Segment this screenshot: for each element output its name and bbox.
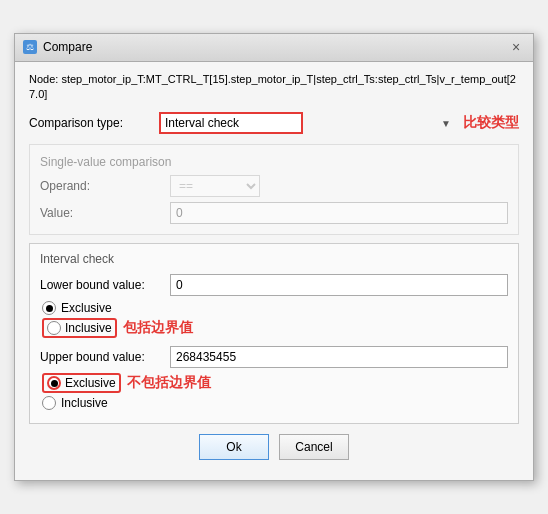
upper-inclusive-radio[interactable] [42,396,56,410]
dialog-icon: ⚖ [23,40,37,54]
lower-inclusive-radio[interactable] [47,321,61,335]
upper-bound-input[interactable] [170,346,508,368]
title-bar-left: ⚖ Compare [23,40,92,54]
node-path: Node: step_motor_ip_T:MT_CTRL_T[15].step… [29,72,519,103]
interval-title: Interval check [40,252,508,266]
comparison-type-select[interactable]: Interval check Single-value comparison [159,112,303,134]
operand-label: Operand: [40,179,170,193]
operand-select: == [170,175,260,197]
lower-exclusive-radio[interactable] [42,301,56,315]
node-label: Node: [29,73,61,85]
lower-inclusive-highlight: Inclusive [42,318,117,338]
compare-dialog: ⚖ Compare × Node: step_motor_ip_T:MT_CTR… [14,33,534,482]
comparison-type-label: Comparison type: [29,116,159,130]
lower-exclusive-label: Exclusive [61,301,112,315]
upper-exclusive-radio[interactable] [47,376,61,390]
upper-exclusive-label: Exclusive [65,376,116,390]
upper-inclusive-row: Inclusive [42,396,508,410]
upper-inclusive-label: Inclusive [61,396,108,410]
title-bar: ⚖ Compare × [15,34,533,62]
select-arrow-icon: ▼ [441,118,451,129]
value-label: Value: [40,206,170,220]
close-button[interactable]: × [507,38,525,56]
node-value: step_motor_ip_T:MT_CTRL_T[15].step_motor… [29,73,516,100]
value-input [170,202,508,224]
ok-button[interactable]: Ok [199,434,269,460]
upper-annotation: 不包括边界值 [127,374,211,392]
lower-annotation: 包括边界值 [123,319,193,337]
single-value-title: Single-value comparison [40,155,508,169]
dialog-title: Compare [43,40,92,54]
footer: Ok Cancel [29,424,519,468]
lower-exclusive-row: Exclusive [42,301,508,315]
comparison-type-wrapper: Interval check Single-value comparison ▼ [159,112,455,134]
lower-inclusive-annotation-row: Inclusive 包括边界值 [42,318,508,338]
lower-inclusive-label: Inclusive [65,321,112,335]
upper-exclusive-annotation-row: Exclusive 不包括边界值 [42,373,508,393]
upper-bound-label: Upper bound value: [40,350,170,364]
lower-bound-label: Lower bound value: [40,278,170,292]
cancel-button[interactable]: Cancel [279,434,349,460]
single-value-section: Single-value comparison Operand: == Valu… [29,144,519,235]
comparison-type-annotation: 比较类型 [463,114,519,132]
upper-exclusive-highlight: Exclusive [42,373,121,393]
dialog-body: Node: step_motor_ip_T:MT_CTRL_T[15].step… [15,62,533,481]
interval-section: Interval check Lower bound value: Exclus… [29,243,519,424]
lower-bound-input[interactable] [170,274,508,296]
